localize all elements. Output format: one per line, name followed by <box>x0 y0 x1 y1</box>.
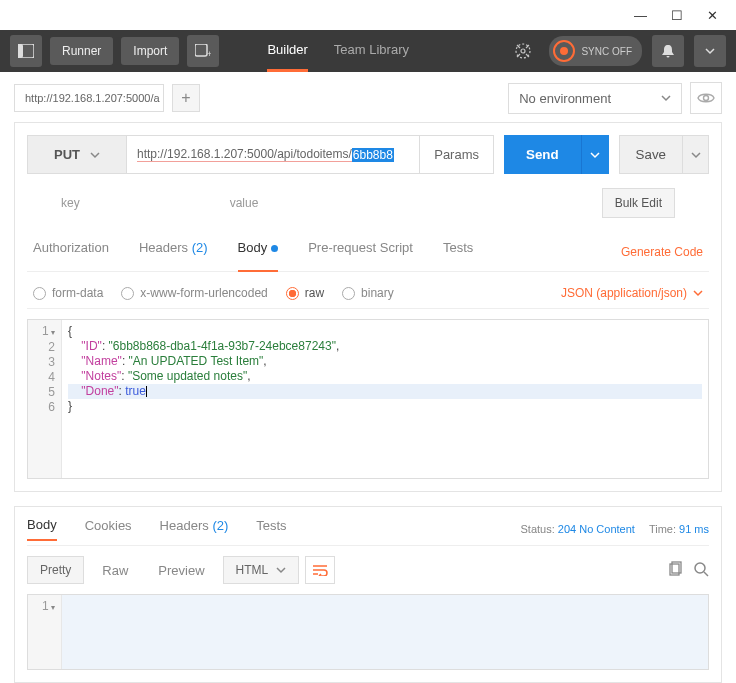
preview-button[interactable]: Preview <box>146 557 216 584</box>
radio-raw[interactable]: raw <box>286 286 324 300</box>
svg-rect-2 <box>195 44 207 56</box>
url-bar: PUT http://192.168.1.207:5000/api/todoit… <box>27 135 709 174</box>
tab-env-row: http://192.168.1.207:5000/a + No environ… <box>0 72 736 122</box>
resp-tab-body[interactable]: Body <box>27 517 57 541</box>
sync-label: SYNC OFF <box>581 46 632 57</box>
runner-button[interactable]: Runner <box>50 37 113 65</box>
unsaved-dot-icon <box>271 245 278 252</box>
add-tab-button[interactable]: + <box>172 84 200 112</box>
svg-point-9 <box>695 563 705 573</box>
tab-builder[interactable]: Builder <box>267 30 307 72</box>
close-button[interactable]: ✕ <box>707 8 718 23</box>
bulk-edit-button[interactable]: Bulk Edit <box>602 188 675 218</box>
time-value: 91 ms <box>679 523 709 535</box>
resp-gutter: 1 <box>28 595 62 669</box>
resp-tab-headers[interactable]: Headers (2) <box>160 518 229 540</box>
line-gutter: 123456 <box>28 320 62 478</box>
copy-icon[interactable] <box>667 561 683 580</box>
text-cursor <box>146 386 147 397</box>
window-titlebar: — ☐ ✕ <box>0 0 736 30</box>
minimize-button[interactable]: — <box>634 8 647 23</box>
request-panel: PUT http://192.168.1.207:5000/api/todoit… <box>14 122 722 492</box>
save-dropdown[interactable] <box>683 135 709 174</box>
params-button[interactable]: Params <box>420 135 494 174</box>
notifications-icon[interactable] <box>652 35 684 67</box>
response-panel: Body Cookies Headers (2) Tests Status: 2… <box>14 506 722 683</box>
wrap-lines-icon[interactable] <box>305 556 335 584</box>
request-tab[interactable]: http://192.168.1.207:5000/a <box>14 84 164 112</box>
raw-button[interactable]: Raw <box>90 557 140 584</box>
save-button[interactable]: Save <box>619 135 683 174</box>
maximize-button[interactable]: ☐ <box>671 8 683 23</box>
send-button[interactable]: Send <box>504 135 581 174</box>
svg-rect-1 <box>18 44 23 58</box>
key-header: key <box>61 196 80 210</box>
resp-tab-tests[interactable]: Tests <box>256 518 286 540</box>
radio-x-www-form[interactable]: x-www-form-urlencoded <box>121 286 267 300</box>
resp-body <box>62 595 708 669</box>
send-dropdown[interactable] <box>581 135 609 174</box>
tab-headers[interactable]: Headers (2) <box>139 240 208 263</box>
tab-tests[interactable]: Tests <box>443 240 473 263</box>
env-preview-icon[interactable] <box>690 82 722 114</box>
tab-prerequest[interactable]: Pre-request Script <box>308 240 413 263</box>
params-header: key value Bulk Edit <box>27 174 709 226</box>
main-nav: Builder Team Library <box>267 30 409 72</box>
response-toolbar: Pretty Raw Preview HTML <box>27 546 709 594</box>
response-tabs: Body Cookies Headers (2) Tests Status: 2… <box>27 517 709 546</box>
environment-label: No environment <box>519 91 611 106</box>
radio-binary[interactable]: binary <box>342 286 394 300</box>
search-icon[interactable] <box>693 561 709 580</box>
tab-body[interactable]: Body <box>238 240 279 263</box>
resp-tab-cookies[interactable]: Cookies <box>85 518 132 540</box>
radio-form-data[interactable]: form-data <box>33 286 103 300</box>
body-type-row: form-data x-www-form-urlencoded raw bina… <box>27 272 709 309</box>
format-select[interactable]: HTML <box>223 556 300 584</box>
svg-point-4 <box>521 49 525 53</box>
interceptor-icon[interactable] <box>507 35 539 67</box>
pretty-button[interactable]: Pretty <box>27 556 84 584</box>
generate-code-link[interactable]: Generate Code <box>621 245 703 259</box>
new-tab-button[interactable]: + <box>187 35 219 67</box>
response-editor[interactable]: 1 <box>27 594 709 670</box>
svg-point-6 <box>704 96 709 101</box>
value-header: value <box>230 196 259 210</box>
request-tabs: Authorization Headers (2) Body Pre-reque… <box>27 226 709 272</box>
status-info: Status: 204 No Content Time: 91 ms <box>521 523 710 535</box>
status-value: 204 No Content <box>558 523 635 535</box>
sync-toggle[interactable]: SYNC OFF <box>549 36 642 66</box>
environment-select[interactable]: No environment <box>508 83 682 114</box>
sidebar-toggle-icon[interactable] <box>10 35 42 67</box>
code-content[interactable]: { "ID": "6bb8b868-dba1-4f1a-93b7-24ebce8… <box>62 320 708 478</box>
top-toolbar: Runner Import + Builder Team Library SYN… <box>0 30 736 72</box>
body-editor[interactable]: 123456 { "ID": "6bb8b868-dba1-4f1a-93b7-… <box>27 319 709 479</box>
method-select[interactable]: PUT <box>27 135 127 174</box>
tab-team-library[interactable]: Team Library <box>334 30 409 72</box>
account-menu-icon[interactable] <box>694 35 726 67</box>
tab-authorization[interactable]: Authorization <box>33 240 109 263</box>
import-button[interactable]: Import <box>121 37 179 65</box>
svg-text:+: + <box>207 49 211 58</box>
content-type-select[interactable]: JSON (application/json) <box>561 286 703 300</box>
url-input[interactable]: http://192.168.1.207:5000/api/todoitems/… <box>127 135 420 174</box>
